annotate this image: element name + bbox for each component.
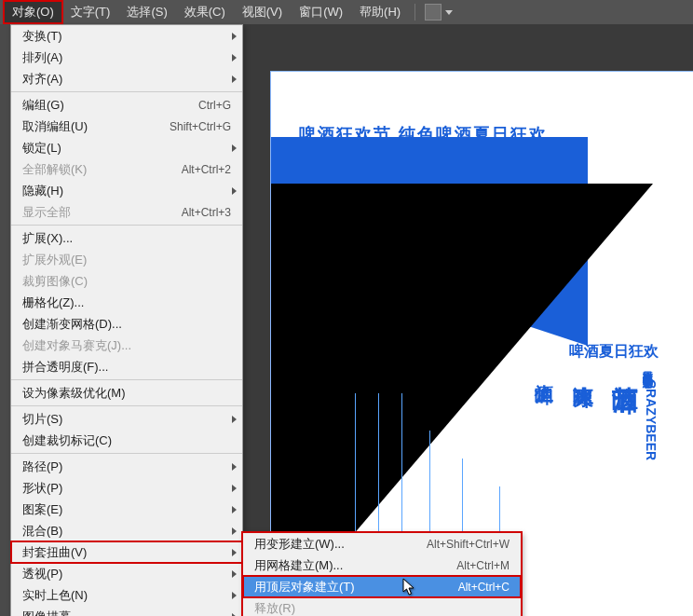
chevron-right-icon <box>232 416 237 423</box>
art-side-title: 啤酒夏日狂欢 <box>569 342 659 362</box>
menu-item: 裁剪图像(C) <box>11 270 242 292</box>
workspace-icon[interactable] <box>425 4 442 21</box>
menu-item[interactable]: 实时上色(N) <box>11 584 242 606</box>
menu-item[interactable]: 混合(B) <box>11 520 242 541</box>
menu-item-label: 对齐(A) <box>22 71 231 88</box>
menu-separator <box>11 225 242 226</box>
menu-item-label: 栅格化(Z)... <box>22 294 231 311</box>
menu-select[interactable]: 选择(S) <box>118 1 175 23</box>
menu-item-label: 路径(P) <box>22 459 231 475</box>
menu-item: 扩展外观(E) <box>11 249 242 270</box>
menu-item[interactable]: 扩展(X)... <box>11 227 242 249</box>
submenu-shortcut: Alt+Ctrl+M <box>456 559 510 572</box>
chevron-right-icon <box>232 463 237 471</box>
cursor-icon <box>402 578 415 596</box>
submenu-label: 用顶层对象建立(T) <box>254 579 458 595</box>
menu-separator <box>11 453 242 454</box>
menu-item-label: 隐藏(H) <box>22 183 231 199</box>
chevron-right-icon <box>232 54 237 62</box>
menubar: 对象(O) 文字(T) 选择(S) 效果(C) 视图(V) 窗口(W) 帮助(H… <box>0 0 693 24</box>
menu-item-label: 图案(E) <box>22 501 231 518</box>
chevron-right-icon <box>232 187 237 195</box>
submenu-item[interactable]: 用变形建立(W)...Alt+Shift+Ctrl+W <box>243 533 521 554</box>
submenu-item[interactable]: 用网格建立(M)...Alt+Ctrl+M <box>243 554 521 576</box>
menu-item-label: 裁剪图像(C) <box>22 273 231 290</box>
menu-item-label: 形状(P) <box>22 480 231 497</box>
menu-item-label: 拼合透明度(F)... <box>22 359 231 376</box>
menu-item[interactable]: 变换(T) <box>11 25 242 47</box>
menu-item-label: 创建渐变网格(D)... <box>22 316 231 333</box>
menu-item-label: 透视(P) <box>22 566 231 582</box>
menu-item[interactable]: 形状(P) <box>11 477 242 499</box>
canvas[interactable]: 啤酒狂欢节 纯色啤酒夏日狂欢 BEER ARTMAN SDESIGN COLDB… <box>242 24 693 616</box>
menu-item[interactable]: 锁定(L) <box>11 137 242 158</box>
menu-item[interactable]: 排列(A) <box>11 47 242 68</box>
menu-item-label: 混合(B) <box>22 523 231 540</box>
submenu-item[interactable]: 用顶层对象建立(T)Alt+Ctrl+C <box>243 576 521 597</box>
menu-item-label: 变换(T) <box>22 28 231 45</box>
chevron-right-icon <box>232 570 237 578</box>
menu-shortcut: Shift+Ctrl+G <box>170 120 231 133</box>
menu-separator <box>11 91 242 92</box>
menu-window[interactable]: 窗口(W) <box>291 1 351 23</box>
menu-separator <box>11 405 242 406</box>
art-v4: CRAZYBEER <box>644 379 659 460</box>
menu-item[interactable]: 图案(E) <box>11 499 242 520</box>
submenu-shortcut: Alt+Ctrl+C <box>458 581 510 594</box>
menu-item[interactable]: 创建裁切标记(C) <box>11 430 242 451</box>
menu-item-label: 编组(G) <box>22 97 198 114</box>
chevron-right-icon <box>232 592 237 599</box>
menu-item[interactable]: 编组(G)Ctrl+G <box>11 94 242 116</box>
menu-separator <box>11 379 242 380</box>
menu-item[interactable]: 图像描摹 <box>11 606 242 616</box>
menu-item-label: 设为像素级优化(M) <box>22 385 231 402</box>
menu-divider <box>414 4 415 21</box>
submenu-label: 用变形建立(W)... <box>254 536 427 553</box>
menu-item[interactable]: 封套扭曲(V) <box>11 541 242 563</box>
menu-item-label: 切片(S) <box>22 411 231 428</box>
menu-item-label: 创建对象马赛克(J)... <box>22 337 231 354</box>
menu-item-label: 取消编组(U) <box>22 118 170 135</box>
menu-item-label: 实时上色(N) <box>22 587 231 604</box>
chevron-right-icon <box>232 527 237 535</box>
menu-item-label: 封套扭曲(V) <box>22 544 231 561</box>
submenu-shortcut: Alt+Shift+Ctrl+W <box>427 538 510 551</box>
submenu-label: 释放(R) <box>254 600 510 617</box>
menu-item[interactable]: 对齐(A) <box>11 68 242 89</box>
menu-item-label: 扩展(X)... <box>22 230 231 247</box>
submenu-item: 释放(R) <box>243 597 521 616</box>
menu-view[interactable]: 视图(V) <box>234 1 291 23</box>
menu-item[interactable]: 设为像素级优化(M) <box>11 382 242 404</box>
menu-item-label: 创建裁切标记(C) <box>22 432 231 449</box>
menu-item-label: 扩展外观(E) <box>22 252 231 268</box>
chevron-down-icon[interactable] <box>445 10 453 15</box>
menu-shortcut: Alt+Ctrl+2 <box>182 163 231 176</box>
menu-item[interactable]: 切片(S) <box>11 408 242 430</box>
menu-object[interactable]: 对象(O) <box>4 1 62 23</box>
menu-item: 显示全部Alt+Ctrl+3 <box>11 201 242 223</box>
menu-item-label: 锁定(L) <box>22 140 231 157</box>
menu-shortcut: Alt+Ctrl+3 <box>182 206 231 219</box>
menu-item[interactable]: 透视(P) <box>11 563 242 584</box>
context-menu-object: 变换(T)排列(A)对齐(A)编组(G)Ctrl+G取消编组(U)Shift+C… <box>10 24 243 616</box>
chevron-right-icon <box>232 613 237 617</box>
menu-effect[interactable]: 效果(C) <box>176 1 234 23</box>
submenu-label: 用网格建立(M)... <box>254 557 456 574</box>
menu-item[interactable]: 拼合透明度(F)... <box>11 356 242 377</box>
menu-item: 创建对象马赛克(J)... <box>11 335 242 356</box>
menu-item[interactable]: 创建渐变网格(D)... <box>11 313 242 335</box>
chevron-right-icon <box>232 549 237 556</box>
menu-help[interactable]: 帮助(H) <box>351 1 409 23</box>
chevron-right-icon <box>232 485 237 492</box>
menu-item[interactable]: 路径(P) <box>11 456 242 477</box>
menu-shortcut: Ctrl+G <box>198 99 231 112</box>
menu-item[interactable]: 隐藏(H) <box>11 180 242 201</box>
chevron-right-icon <box>232 144 237 152</box>
menu-item-label: 图像描摹 <box>22 609 231 617</box>
menu-item[interactable]: 栅格化(Z)... <box>11 292 242 313</box>
chevron-right-icon <box>232 75 237 83</box>
menu-type[interactable]: 文字(T) <box>62 1 119 23</box>
menu-item[interactable]: 取消编组(U)Shift+Ctrl+G <box>11 116 242 137</box>
submenu-envelope: 用变形建立(W)...Alt+Shift+Ctrl+W用网格建立(M)...Al… <box>242 532 522 616</box>
menu-item-label: 全部解锁(K) <box>22 161 182 178</box>
